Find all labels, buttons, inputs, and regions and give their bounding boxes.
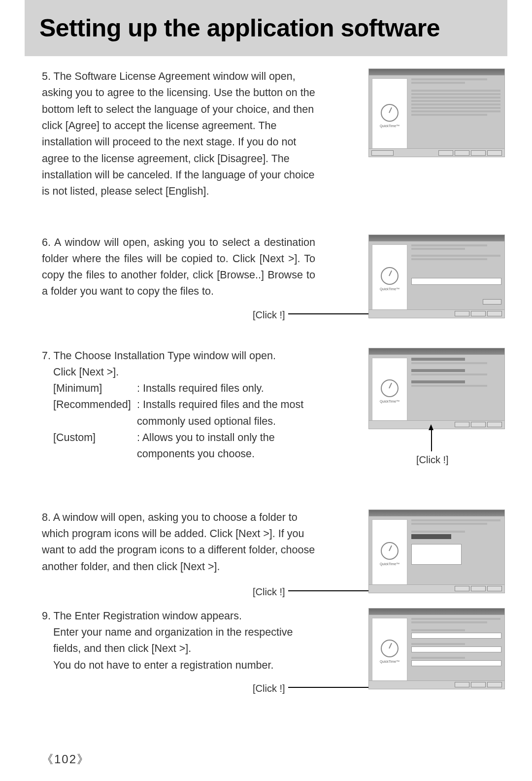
opt-recommended-desc1: : Installs required files and the most [137,397,303,413]
dialog-button [455,422,469,427]
page-content: 5. The Software License Agreement window… [0,56,532,687]
screenshot-button-bar [369,148,504,157]
page-number-value: 102 [54,752,77,766]
arrow-up-icon [429,424,433,430]
dialog-button [438,150,453,156]
step-8-number: 8. [42,511,51,523]
page-header: Setting up the application software [25,0,507,56]
step-6-text-block: 6. A window will open, asking you to sel… [42,235,315,300]
screenshot-titlebar [369,348,504,355]
language-button [371,150,394,156]
quicktime-label: QuickTime™ [380,124,399,129]
step-5-text-block: 5. The Software License Agreement window… [42,68,315,200]
dialog-button [487,311,502,316]
screenshot-titlebar [369,69,504,75]
click-label-8: [Click !] [253,584,285,600]
step-7-line2: Click [Next >]. [53,364,315,380]
screenshot-logo-panel: QuickTime™ [372,358,407,426]
quicktime-logo-icon [381,267,399,285]
screenshot-text-area [410,241,504,318]
screenshot-program-folder: QuickTime™ [368,509,505,593]
dialog-button [487,586,502,591]
opt-recommended-label: [Recommended] [53,397,137,413]
step-9-text-block: 9. The Enter Registration window appears… [42,608,315,674]
dialog-button [471,311,486,316]
opt-minimum-desc: : Installs required files only. [137,380,264,397]
screenshot-titlebar [369,510,504,516]
screenshot-text-area [410,355,504,429]
step-9-line3: You do not have to enter a registration … [53,657,315,674]
step-7: 7. The Choose Installation Type window w… [42,348,490,463]
dialog-button [487,150,502,156]
quicktime-label: QuickTime™ [380,659,399,665]
opt-custom-desc2: components you choose. [137,446,255,462]
dialog-button [471,586,486,591]
browse-button [483,299,501,305]
quicktime-logo-icon [381,640,399,657]
quicktime-label: QuickTime™ [380,562,399,567]
step-8: 8. A window will open, asking you to cho… [42,509,490,588]
dialog-button [455,586,469,591]
step-5-text: The Software License Agreement window wi… [42,70,315,197]
screenshot-logo-panel: QuickTime™ [372,618,407,686]
dialog-button [471,422,486,427]
dialog-button [455,311,469,316]
screenshot-logo-panel: QuickTime™ [372,244,407,315]
manual-page: Setting up the application software 5. T… [0,0,532,781]
step-7-line1: The Choose Installation Type window will… [54,350,276,362]
dialog-button [487,682,502,687]
dialog-button [455,150,469,156]
step-6: 6. A window will open, asking you to sel… [42,235,490,313]
dialog-button [471,682,486,687]
step-8-text-block: 8. A window will open, asking you to cho… [42,509,315,575]
step-9-number: 9. [42,610,51,622]
screenshot-titlebar [369,609,504,615]
screenshot-titlebar [369,235,504,241]
step-9-line1: The Enter Registration window appears. [54,610,242,622]
quicktime-logo-icon [381,542,399,560]
click-arrow-line [431,429,432,451]
opt-minimum-label: [Minimum] [53,380,137,397]
quicktime-label: QuickTime™ [380,399,399,405]
screenshot-button-bar [369,309,504,318]
page-title: Setting up the application software [39,14,493,42]
opt-custom-desc1: : Allows you to install only the [137,430,275,446]
click-label-9: [Click !] [253,681,285,696]
quicktime-logo-icon [381,104,399,122]
quicktime-logo-icon [381,379,399,397]
screenshot-license-agreement: QuickTime™ [368,68,505,157]
screenshot-text-area [410,615,504,689]
step-7-text-block: 7. The Choose Installation Type window w… [42,348,315,463]
step-6-number: 6. [42,237,51,248]
screenshot-registration: QuickTime™ [368,608,505,689]
click-label-7: [Click !] [416,452,449,468]
step-7-number: 7. [42,350,51,362]
step-5-number: 5. [42,70,51,82]
step-5: 5. The Software License Agreement window… [42,68,490,200]
quicktime-label: QuickTime™ [380,287,399,292]
step-8-text: A window will open, asking you to choose… [42,511,315,573]
screenshot-button-bar [369,420,504,429]
page-number: 《102》 [41,751,90,767]
screenshot-text-area [410,516,504,593]
opt-custom-label: [Custom] [53,430,137,446]
screenshot-logo-panel: QuickTime™ [372,519,407,590]
screenshot-text-area [410,75,504,157]
screenshot-installation-type: QuickTime™ [368,348,505,429]
opt-recommended-desc2: commonly used optional files. [137,413,276,430]
screenshot-button-bar [369,680,504,689]
screenshot-button-bar [369,584,504,593]
step-6-text: A window will open, asking you to select… [42,237,315,298]
step-9: 9. The Enter Registration window appears… [42,608,490,687]
click-label-6: [Click !] [253,307,285,323]
screenshot-destination-folder: QuickTime™ [368,235,505,318]
dialog-button [487,422,502,427]
screenshot-logo-panel: QuickTime™ [372,78,407,154]
step-9-line2: Enter your name and organization in the … [53,624,315,657]
dialog-button [455,682,469,687]
dialog-button [471,150,486,156]
